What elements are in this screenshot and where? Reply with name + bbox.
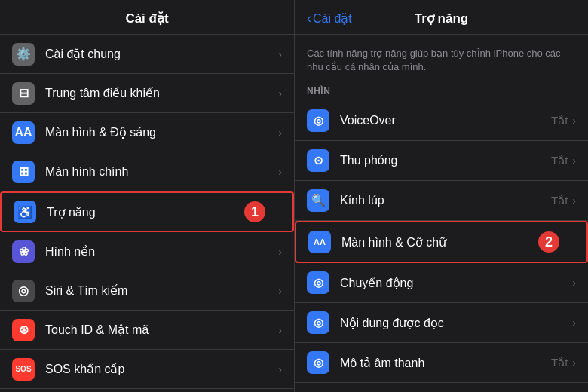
- right-item-noi-dung-doc[interactable]: ◎Nội dung được đọc›: [295, 303, 588, 343]
- chuyen-dong-icon: ◎: [307, 271, 329, 294]
- step-badge-1: 1: [244, 201, 265, 222]
- cai-dat-chung-icon: ⚙️: [12, 43, 35, 66]
- section-label: NHÌN: [295, 81, 588, 101]
- right-item-thu-phong[interactable]: ⊙Thu phóngTắt›: [295, 141, 588, 181]
- mo-ta-am-thanh-label: Mô tả âm thanh: [340, 356, 551, 370]
- siri-tim-kiem-label: Siri & Tìm kiếm: [45, 283, 278, 298]
- kinh-lup-icon: 🔍: [307, 189, 329, 212]
- man-hinh-do-sang-chevron-icon: ›: [278, 127, 282, 139]
- right-header: ‹ Cài đặt Trợ năng: [295, 0, 588, 35]
- man-hinh-chinh-chevron-icon: ›: [278, 166, 282, 178]
- trung-tam-dieu-khien-chevron-icon: ›: [278, 87, 282, 100]
- left-item-siri-tim-kiem[interactable]: ◎Siri & Tìm kiếm›: [0, 271, 294, 311]
- left-item-touch-id[interactable]: ⊛Touch ID & Mật mã›: [0, 311, 294, 350]
- thu-phong-chevron-icon: ›: [572, 155, 576, 167]
- right-settings-list: ◎VoiceOverTắt›⊙Thu phóngTắt›🔍Kính lúpTắt…: [295, 101, 588, 383]
- voiceover-label: VoiceOver: [340, 114, 551, 127]
- back-chevron-icon: ‹: [307, 11, 311, 26]
- mo-ta-am-thanh-value: Tắt: [551, 356, 568, 369]
- siri-tim-kiem-icon: ◎: [12, 280, 35, 302]
- trung-tam-dieu-khien-icon: ⊟: [12, 82, 35, 105]
- hinh-nen-chevron-icon: ›: [278, 246, 282, 258]
- man-hinh-chinh-label: Màn hình chính: [45, 165, 278, 179]
- mo-ta-am-thanh-chevron-icon: ›: [572, 357, 576, 369]
- step-badge-2: 2: [538, 231, 559, 253]
- right-title: Trợ năng: [415, 11, 468, 26]
- right-item-mo-ta-am-thanh[interactable]: ◎Mô tả âm thanhTắt›: [295, 343, 588, 383]
- left-item-cai-dat-chung[interactable]: ⚙️Cài đặt chung›: [0, 35, 294, 74]
- right-item-voiceover[interactable]: ◎VoiceOverTắt›: [295, 101, 588, 141]
- right-item-chuyen-dong[interactable]: ◎Chuyển động›: [295, 263, 588, 303]
- kinh-lup-label: Kính lúp: [340, 194, 551, 207]
- noi-dung-doc-chevron-icon: ›: [572, 317, 576, 329]
- left-item-tro-nang[interactable]: ♿Trợ năng1: [0, 191, 294, 232]
- noi-dung-doc-label: Nội dung được đọc: [340, 316, 572, 330]
- touch-id-icon: ⊛: [12, 319, 35, 341]
- noi-dung-doc-icon: ◎: [307, 311, 329, 334]
- left-item-sos[interactable]: SOSSOS khẩn cấp›: [0, 350, 294, 389]
- back-label: Cài đặt: [313, 11, 352, 26]
- section-description: Các tính năng trợ năng giúp bạn tùy chỉn…: [295, 35, 588, 81]
- right-content: Các tính năng trợ năng giúp bạn tùy chỉn…: [295, 35, 588, 392]
- siri-tim-kiem-chevron-icon: ›: [278, 285, 282, 297]
- right-panel: ‹ Cài đặt Trợ năng Các tính năng trợ năn…: [294, 0, 588, 392]
- left-settings-list: ⚙️Cài đặt chung›⊟Trung tâm điều khiển›AA…: [0, 35, 294, 392]
- touch-id-chevron-icon: ›: [278, 324, 282, 336]
- touch-id-label: Touch ID & Mật mã: [45, 323, 278, 337]
- thu-phong-label: Thu phóng: [340, 154, 551, 167]
- cai-dat-chung-chevron-icon: ›: [278, 48, 282, 60]
- man-hinh-do-sang-icon: AA: [12, 121, 35, 144]
- left-item-trung-tam-dieu-khien[interactable]: ⊟Trung tâm điều khiển›: [0, 74, 294, 113]
- voiceover-icon: ◎: [307, 109, 329, 132]
- left-title: Cài đặt: [125, 11, 168, 26]
- cai-dat-chung-label: Cài đặt chung: [45, 47, 278, 61]
- voiceover-value: Tắt: [551, 114, 568, 127]
- voiceover-chevron-icon: ›: [572, 115, 576, 127]
- left-item-man-hinh-chinh[interactable]: ⊞Màn hình chính›: [0, 152, 294, 191]
- man-hinh-do-sang-label: Màn hình & Độ sáng: [45, 125, 278, 139]
- left-item-man-hinh-do-sang[interactable]: AAMàn hình & Độ sáng›: [0, 113, 294, 152]
- thu-phong-icon: ⊙: [307, 149, 329, 172]
- hinh-nen-label: Hình nền: [45, 244, 278, 259]
- trung-tam-dieu-khien-label: Trung tâm điều khiển: [45, 86, 278, 100]
- back-button[interactable]: ‹ Cài đặt: [307, 11, 352, 26]
- hinh-nen-icon: ❀: [12, 240, 35, 263]
- mo-ta-am-thanh-icon: ◎: [307, 351, 329, 374]
- sos-label: SOS khẩn cấp: [45, 362, 278, 376]
- left-item-hinh-nen[interactable]: ❀Hình nền›: [0, 232, 294, 271]
- man-hinh-co-chu-icon: AA: [308, 231, 331, 253]
- left-header: Cài đặt: [0, 0, 294, 35]
- right-item-kinh-lup[interactable]: 🔍Kính lúpTắt›: [295, 181, 588, 221]
- chuyen-dong-chevron-icon: ›: [572, 277, 576, 289]
- left-panel: Cài đặt ⚙️Cài đặt chung›⊟Trung tâm điều …: [0, 0, 294, 392]
- sos-icon: SOS: [12, 358, 35, 381]
- chuyen-dong-label: Chuyển động: [340, 276, 572, 290]
- thu-phong-value: Tắt: [551, 154, 568, 167]
- kinh-lup-value: Tắt: [551, 194, 568, 207]
- sos-chevron-icon: ›: [278, 363, 282, 375]
- kinh-lup-chevron-icon: ›: [572, 194, 576, 207]
- tro-nang-icon: ♿: [14, 201, 36, 223]
- right-item-man-hinh-co-chu[interactable]: AAMàn hình & Cỡ chữ2: [295, 221, 588, 263]
- man-hinh-chinh-icon: ⊞: [12, 161, 35, 183]
- left-item-thong-bao[interactable]: ◉Thông báo tiếp xúc›: [0, 389, 294, 392]
